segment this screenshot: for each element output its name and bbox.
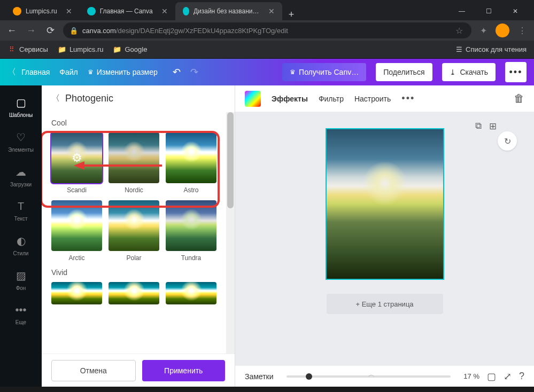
browser-menu-icon[interactable]: ⋮	[516, 26, 529, 36]
sidebar-item-background[interactable]: ▨Фон	[0, 263, 42, 297]
filter-vivid-2[interactable]	[109, 282, 159, 304]
filter-label: Nordic	[125, 186, 143, 194]
window-maximize[interactable]: ☐	[481, 7, 497, 15]
tab-canva-home[interactable]: Главная — Canva ✕	[80, 2, 175, 20]
tab-title: Lumpics.ru	[26, 7, 57, 15]
fullscreen-icon[interactable]: ⤢	[504, 371, 512, 382]
get-pro-button[interactable]: ♛Получить Canv…	[282, 63, 366, 81]
resize-button[interactable]: ♛Изменить размер	[88, 68, 158, 76]
section-cool-title: Cool	[51, 119, 216, 127]
zoom-slider[interactable]: ︿	[287, 375, 451, 378]
design-page[interactable]	[327, 129, 443, 279]
panel-body[interactable]: Cool ⚙ Scandi Nordic Astro Arctic	[42, 112, 226, 354]
sidebar-item-text[interactable]: TТекст	[0, 194, 42, 228]
filter-button[interactable]: Фильтр	[319, 95, 344, 103]
home-label: Главная	[21, 68, 50, 76]
resize-label: Изменить размер	[97, 68, 158, 76]
sidebar: ▢Шаблоны ♡Элементы ☁Загрузки TТекст ◐Сти…	[0, 85, 42, 387]
sidebar-label: Еще	[16, 319, 26, 325]
context-more-button[interactable]: •••	[401, 93, 415, 104]
profile-avatar[interactable]	[496, 23, 509, 37]
lock-icon: 🔒	[69, 27, 78, 35]
home-button[interactable]: 〈Главная	[7, 67, 50, 78]
zoom-value[interactable]: 17 %	[463, 372, 479, 380]
apps-icon: ⠿	[7, 45, 16, 54]
bottom-bar: Заметки ︿ 17 % ▢ ⤢ ?	[235, 365, 534, 387]
effects-button[interactable]: Эффекты	[272, 95, 308, 103]
favicon	[13, 7, 21, 15]
templates-icon: ▢	[16, 96, 26, 109]
panel-scrollbar[interactable]	[226, 112, 235, 354]
scrollbar-thumb[interactable]	[227, 112, 234, 208]
collapse-icon[interactable]: ︿	[368, 370, 375, 379]
filter-label: Astro	[183, 186, 198, 194]
zoom-slider-thumb[interactable]	[306, 373, 312, 380]
rotate-button[interactable]: ↻	[498, 131, 517, 151]
bookmark-lumpics[interactable]: 📁Lumpics.ru	[58, 45, 104, 54]
background-icon: ▨	[16, 269, 26, 282]
filter-arctic[interactable]: Arctic	[51, 200, 102, 262]
color-swatch[interactable]	[245, 91, 261, 107]
filter-vivid-1[interactable]	[51, 282, 102, 304]
close-icon[interactable]: ✕	[161, 7, 168, 15]
share-button[interactable]: Поделиться	[376, 63, 432, 81]
file-menu[interactable]: Файл	[59, 68, 78, 76]
design-image[interactable]	[327, 129, 443, 279]
url-text: canva.com/design/DAEnEqtj2gw/XzFEDkU4ppa…	[82, 27, 449, 35]
more-button[interactable]: •••	[505, 62, 527, 82]
new-tab-button[interactable]: +	[282, 9, 301, 20]
duplicate-page-icon[interactable]: ⧉	[475, 121, 482, 132]
address-bar[interactable]: 🔒 canva.com/design/DAEnEqtj2gw/XzFEDkU4p…	[63, 22, 471, 38]
extensions-icon[interactable]: ✦	[478, 26, 489, 36]
filter-polar[interactable]: Polar	[109, 200, 159, 262]
forward-button[interactable]: →	[25, 25, 37, 36]
filter-tundra[interactable]: Tundra	[166, 200, 216, 262]
reload-button[interactable]: ⟳	[44, 25, 57, 36]
filter-astro[interactable]: Astro	[166, 132, 216, 194]
canvas-area: Эффекты Фильтр Настроить ••• 🗑 ⧉ ⊞ ↻ + Е…	[235, 85, 534, 387]
star-icon[interactable]: ☆	[453, 26, 465, 36]
tab-canva-design[interactable]: Дизайн без названия — 1481 ✕	[175, 2, 282, 20]
close-icon[interactable]: ✕	[268, 7, 275, 15]
panel-back-button[interactable]: 〈	[51, 93, 60, 104]
tab-title: Дизайн без названия — 1481	[194, 7, 260, 15]
folder-icon: 📁	[58, 45, 66, 54]
add-page-button[interactable]: + Еще 1 страница	[327, 294, 443, 314]
sidebar-item-styles[interactable]: ◐Стили	[0, 228, 42, 263]
filter-label: Scandi	[67, 186, 87, 194]
favicon	[87, 7, 96, 15]
folder-icon: 📁	[113, 45, 121, 54]
back-button[interactable]: ←	[5, 25, 18, 36]
cancel-button[interactable]: Отмена	[51, 360, 136, 381]
sidebar-item-more[interactable]: •••Еще	[0, 297, 42, 332]
crown-icon: ♛	[88, 68, 94, 76]
filter-vivid-3[interactable]	[166, 282, 216, 304]
help-icon[interactable]: ?	[519, 371, 524, 382]
sidebar-item-templates[interactable]: ▢Шаблоны	[0, 90, 42, 124]
tab-lumpics[interactable]: Lumpics.ru ✕	[5, 2, 80, 20]
canvas-background[interactable]: ⧉ ⊞ ↻ + Еще 1 страница	[235, 112, 534, 365]
sidebar-item-uploads[interactable]: ☁Загрузки	[0, 159, 42, 194]
bookmark-google[interactable]: 📁Google	[113, 45, 147, 54]
window-minimize[interactable]: —	[454, 7, 470, 15]
grid-view-icon[interactable]: ▢	[487, 371, 496, 382]
add-page-icon[interactable]: ⊞	[489, 121, 497, 132]
bookmark-services[interactable]: ⠿Сервисы	[7, 45, 48, 54]
download-button[interactable]: ⤓Скачать	[442, 63, 496, 81]
filter-label: Polar	[126, 254, 141, 262]
filters-panel: 〈 Photogenic Cool ⚙ Scandi Nordic Astro	[42, 85, 235, 387]
notes-button[interactable]: Заметки	[245, 372, 274, 381]
svg-marker-1	[74, 161, 84, 170]
reading-list-button[interactable]: ☰Список для чтения	[456, 45, 527, 53]
sidebar-label: Фон	[16, 285, 26, 291]
sidebar-item-elements[interactable]: ♡Элементы	[0, 124, 42, 159]
more-icon: •••	[15, 304, 26, 316]
undo-button[interactable]: ↶	[173, 66, 181, 78]
window-close[interactable]: ✕	[507, 7, 523, 15]
sidebar-label: Элементы	[8, 147, 34, 153]
apply-button[interactable]: Применить	[142, 360, 226, 381]
canva-topbar: 〈Главная Файл ♛Изменить размер ↶ ↷ ♛Полу…	[0, 59, 534, 85]
close-icon[interactable]: ✕	[66, 7, 72, 15]
adjust-button[interactable]: Настроить	[354, 95, 391, 103]
delete-button[interactable]: 🗑	[514, 92, 524, 105]
